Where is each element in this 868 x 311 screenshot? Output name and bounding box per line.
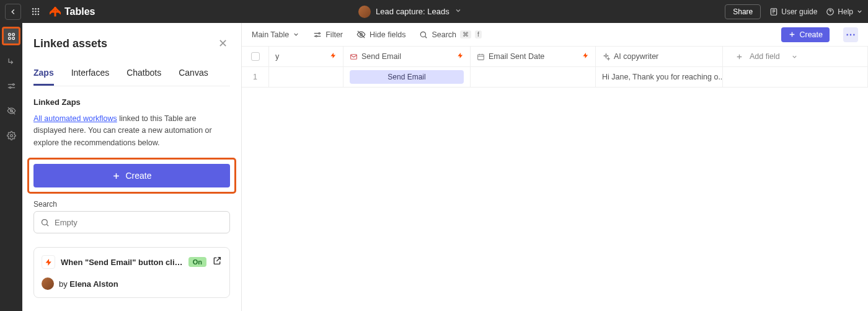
kbd-f: f [475, 30, 482, 38]
help-link[interactable]: Help [826, 7, 863, 16]
all-workflows-link[interactable]: All automated workflows [33, 114, 117, 123]
svg-point-19 [12, 83, 14, 85]
tab-chatbots[interactable]: Chatbots [126, 61, 161, 86]
bolt-icon [582, 52, 589, 61]
svg-point-18 [12, 37, 14, 39]
search-button[interactable]: Search ⌘ f [419, 30, 481, 39]
cell-empty [723, 67, 868, 87]
svg-point-25 [316, 35, 317, 37]
row-number[interactable]: 1 [242, 67, 269, 87]
section-title: Linked Zaps [33, 97, 230, 107]
toolbar-create-button[interactable]: Create [781, 27, 830, 42]
envelope-icon [350, 53, 358, 61]
svg-point-4 [35, 11, 37, 12]
rail-settings[interactable] [3, 127, 19, 143]
rail-sliders[interactable] [3, 78, 19, 94]
svg-point-16 [12, 33, 14, 35]
cell-col-a[interactable] [269, 67, 343, 87]
svg-point-27 [421, 32, 426, 37]
svg-point-8 [37, 14, 39, 16]
workspace-avatar [358, 6, 371, 18]
topbar: Tables Lead capture: Leads Share User gu… [0, 0, 868, 23]
svg-rect-29 [478, 54, 484, 60]
zap-title: When "Send Email" button clicked, se... [61, 258, 183, 267]
bolt-icon [457, 52, 464, 61]
search-input[interactable] [55, 218, 223, 227]
table-header-row: y Send Email Email Sent Date [242, 47, 868, 67]
svg-point-17 [8, 37, 11, 39]
annotation-highlight-create: Create [27, 158, 236, 194]
zap-author: Elena Alston [69, 279, 118, 289]
hide-fields-button[interactable]: Hide fields [356, 30, 405, 39]
select-all-checkbox[interactable] [251, 52, 260, 61]
svg-point-3 [32, 11, 33, 12]
linked-zap-card[interactable]: When "Send Email" button clicked, se... … [33, 247, 230, 298]
apps-grid-icon[interactable] [27, 4, 43, 20]
column-header-email-sent-date[interactable]: Email Sent Date [471, 47, 596, 66]
svg-point-20 [9, 86, 11, 88]
svg-point-1 [35, 8, 37, 10]
column-header-partial[interactable]: y [269, 47, 343, 66]
kbd-cmd: ⌘ [460, 30, 471, 38]
doc-title-selector[interactable]: Lead capture: Leads [95, 6, 725, 18]
left-rail [0, 23, 22, 311]
view-selector[interactable]: Main Table [252, 30, 299, 39]
plus-icon [735, 53, 743, 61]
cell-ai-copywriter[interactable]: Hi Jane, Thank you for reaching o... [596, 67, 723, 87]
section-description: All automated workflows linked to this T… [33, 113, 230, 149]
bolt-icon [330, 52, 337, 61]
select-all-cell[interactable] [242, 47, 269, 66]
panel-title: Linked assets [33, 37, 107, 50]
svg-point-5 [37, 11, 39, 12]
chevron-down-icon [454, 7, 462, 16]
svg-point-24 [319, 32, 320, 34]
svg-point-23 [42, 219, 48, 225]
panel-tabs: Zaps Interfaces Chatbots Canvas [33, 61, 230, 86]
rail-linked-assets[interactable] [3, 28, 19, 44]
zap-bolt-icon [42, 255, 55, 269]
column-header-ai-copywriter[interactable]: AI copywriter [596, 47, 723, 66]
filter-button[interactable]: Filter [313, 30, 343, 39]
svg-point-22 [10, 134, 12, 137]
sparkle-icon [602, 53, 610, 61]
svg-point-0 [32, 8, 33, 10]
cell-email-sent-date[interactable] [471, 67, 596, 87]
rail-arrow[interactable] [3, 53, 19, 69]
main-content: Main Table Filter Hide fields Search ⌘ f… [242, 23, 868, 311]
send-email-button[interactable]: Send Email [350, 70, 464, 84]
column-header-send-email[interactable]: Send Email [343, 47, 471, 66]
toolbar-more-button[interactable]: ⋯ [843, 27, 858, 42]
open-zap-external-icon[interactable] [212, 256, 222, 268]
create-zap-button[interactable]: Create [33, 164, 230, 187]
zapier-logo-icon [50, 6, 61, 17]
tab-canvas[interactable]: Canvas [179, 61, 208, 86]
close-panel-button[interactable]: ✕ [216, 34, 230, 53]
search-input-wrapper[interactable] [33, 211, 230, 233]
table-toolbar: Main Table Filter Hide fields Search ⌘ f… [242, 23, 868, 47]
svg-point-2 [37, 8, 39, 10]
share-button[interactable]: Share [725, 4, 761, 19]
svg-point-15 [8, 33, 11, 35]
doc-title: Lead capture: Leads [376, 7, 450, 16]
search-icon [40, 218, 50, 227]
back-button[interactable] [5, 4, 21, 20]
add-field-button[interactable]: Add field [723, 47, 868, 66]
tab-interfaces[interactable]: Interfaces [71, 61, 109, 86]
chevron-down-icon [791, 53, 798, 60]
tab-zaps[interactable]: Zaps [33, 61, 54, 86]
cell-send-email[interactable]: Send Email [343, 67, 471, 87]
table-row: 1 Send Email Hi Jane, Thank you for reac… [242, 67, 868, 88]
calendar-icon [477, 53, 485, 61]
author-avatar [42, 277, 54, 290]
search-label: Search [33, 200, 230, 209]
svg-point-6 [32, 14, 33, 16]
brand-label: Tables [64, 6, 95, 17]
user-guide-link[interactable]: User guide [769, 7, 817, 16]
linked-assets-panel: Linked assets ✕ Zaps Interfaces Chatbots… [22, 23, 242, 311]
rail-visibility[interactable] [3, 102, 19, 119]
zap-status-badge: On [188, 257, 206, 267]
svg-point-7 [35, 14, 37, 16]
